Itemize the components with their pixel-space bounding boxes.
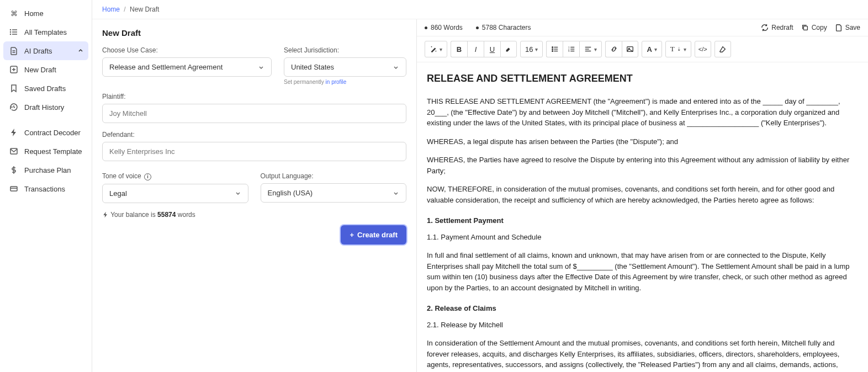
create-draft-button[interactable]: + Create draft [341, 225, 406, 245]
paragraph-button[interactable]: T⇣▾ [665, 41, 691, 57]
magic-button[interactable]: ▾ [425, 41, 447, 57]
sidebar-item-label: Transactions [24, 185, 65, 193]
command-icon: ⌘ [9, 9, 19, 18]
jurisdiction-hint: Set permanently in profile [284, 79, 406, 85]
copy-button[interactable]: Copy [801, 24, 827, 31]
sidebar-item-saved-drafts[interactable]: Saved Drafts [3, 79, 88, 98]
save-button[interactable]: Save [835, 24, 860, 31]
bullet-list-button[interactable] [546, 41, 563, 57]
copy-icon [801, 24, 809, 31]
defendant-label: Defendant: [102, 131, 406, 139]
breadcrumb-home[interactable]: Home [102, 6, 120, 13]
sidebar-item-purchase-plan[interactable]: Purchase Plan [3, 161, 88, 179]
sidebar-item-label: All Templates [24, 28, 67, 36]
svg-point-4 [10, 32, 11, 33]
link-button[interactable] [605, 41, 622, 57]
use-case-value: Release and Settlement Agreement [109, 63, 223, 71]
svg-text:3: 3 [568, 50, 570, 52]
doc-paragraph: 1.1. Payment Amount and Schedule [427, 232, 855, 243]
output-lang-select[interactable]: English (USA) [261, 183, 407, 203]
plaintiff-label: Plaintiff: [102, 93, 406, 100]
number-list-button[interactable]: 123 [563, 41, 579, 57]
font-size-select[interactable]: 16▾ [520, 41, 543, 57]
tone-select[interactable]: Legal [102, 184, 248, 203]
plaintiff-value: Joy Mitchell [109, 109, 147, 118]
svg-point-16 [431, 46, 432, 47]
chevron-down-icon [235, 190, 241, 196]
sidebar-item-transactions[interactable]: Transactions [3, 179, 88, 198]
char-count: 5788 Characters [476, 24, 531, 31]
align-button[interactable]: ▾ [579, 41, 602, 57]
chevron-down-icon [393, 190, 399, 196]
doc-heading: 1. Settlement Payment [427, 215, 855, 226]
image-icon [626, 45, 634, 53]
sidebar-item-label: Home [24, 9, 44, 18]
sidebar-item-label: Purchase Plan [24, 166, 71, 174]
output-lang-label: Output Language: [261, 172, 407, 180]
tone-value: Legal [109, 189, 127, 198]
editor-toolbar: ▾ B I U 16▾ [417, 36, 868, 62]
defendant-value: Kelly Enterprises Inc [109, 147, 175, 156]
jurisdiction-label: Select Jurisdiction: [284, 46, 406, 54]
sidebar: ⌘ Home All Templates AI Drafts [0, 0, 92, 372]
breadcrumb-separator: / [124, 6, 125, 13]
font-color-button[interactable]: A▾ [642, 41, 661, 57]
plus-icon: + [350, 231, 354, 239]
breadcrumb: Home / New Draft [92, 0, 868, 19]
word-count: 860 Words [425, 24, 463, 31]
sidebar-item-label: Request Template [24, 147, 82, 156]
svg-point-17 [436, 51, 437, 52]
tone-label: Tone of voice i [102, 172, 248, 180]
sidebar-item-request-template[interactable]: Request Template [3, 142, 88, 161]
redraft-button[interactable]: Redraft [761, 24, 793, 31]
image-button[interactable] [622, 41, 638, 57]
sidebar-item-home[interactable]: ⌘ Home [3, 4, 88, 23]
chevron-down-icon [393, 64, 399, 71]
svg-point-3 [10, 30, 11, 30]
svg-point-5 [10, 34, 11, 35]
mail-icon [9, 147, 19, 156]
sidebar-item-all-templates[interactable]: All Templates [3, 23, 88, 41]
profile-link[interactable]: in profile [326, 79, 347, 85]
sidebar-item-contract-decoder[interactable]: Contract Decoder [3, 123, 88, 142]
underline-button[interactable]: U [484, 41, 500, 57]
doc-paragraph: THIS RELEASE AND SETTLEMENT AGREEMENT (t… [427, 96, 855, 129]
doc-heading: 2. Release of Claims [427, 303, 855, 314]
bold-button[interactable]: B [451, 41, 467, 57]
svg-point-22 [552, 51, 553, 52]
sidebar-item-label: New Draft [24, 66, 56, 74]
sidebar-item-label: Draft History [24, 103, 64, 111]
svg-rect-15 [803, 26, 807, 30]
eraser-button[interactable] [714, 41, 731, 57]
info-icon[interactable]: i [144, 173, 151, 180]
bookmark-icon [9, 84, 19, 93]
sidebar-item-label: AI Drafts [24, 47, 52, 55]
use-case-select[interactable]: Release and Settlement Agreement [102, 57, 272, 77]
breadcrumb-current: New Draft [130, 6, 159, 13]
doc-paragraph: NOW, THEREFORE, in consideration of the … [427, 184, 855, 205]
doc-paragraph: WHEREAS, a legal dispute has arisen betw… [427, 136, 855, 147]
eraser-icon [719, 45, 727, 53]
doc-paragraph: In full and final settlement of all clai… [427, 250, 855, 293]
sidebar-item-draft-history[interactable]: Draft History [3, 98, 88, 116]
sidebar-item-ai-drafts[interactable]: AI Drafts [3, 41, 88, 60]
doc-paragraph: In consideration of the Settlement Amoun… [427, 338, 855, 372]
italic-button[interactable]: I [467, 41, 484, 57]
sidebar-item-label: Saved Drafts [24, 84, 66, 93]
sidebar-item-label: Contract Decoder [24, 129, 81, 137]
svg-point-18 [552, 47, 553, 48]
sidebar-item-new-draft[interactable]: New Draft [3, 60, 88, 79]
highlight-button[interactable] [500, 41, 517, 57]
bolt-icon [9, 128, 19, 137]
code-button[interactable]: </> [695, 41, 711, 57]
svg-point-20 [552, 49, 553, 50]
doc-title: RELEASE AND SETTLEMENT AGREEMENT [427, 71, 855, 86]
output-lang-value: English (USA) [268, 189, 313, 197]
plaintiff-input[interactable]: Joy Mitchell [102, 104, 406, 123]
defendant-input[interactable]: Kelly Enterprises Inc [102, 142, 406, 161]
document-body[interactable]: RELEASE AND SETTLEMENT AGREEMENT THIS RE… [417, 62, 868, 372]
document-icon [9, 46, 19, 55]
balance-text: Your balance is 55874 words [102, 211, 406, 219]
jurisdiction-select[interactable]: United States [284, 57, 406, 77]
chevron-up-icon [77, 47, 84, 54]
